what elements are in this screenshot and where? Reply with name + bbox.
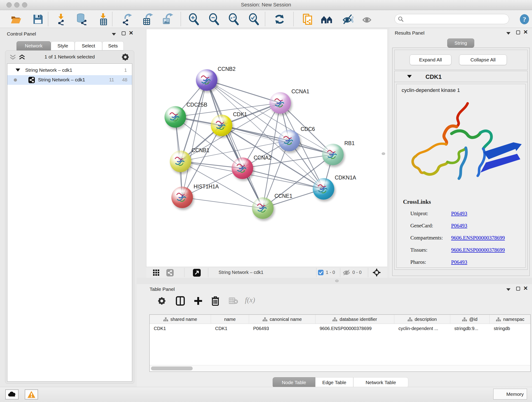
memory-button[interactable]: Memory xyxy=(493,389,527,400)
control-panel-close-icon[interactable]: ✕ xyxy=(129,31,133,35)
network-collection-row[interactable]: String Network – cdk1 1 xyxy=(7,65,132,75)
network-canvas[interactable]: CCNB2CCNA1CDC25BCDK1CDC6RB1CCNB1CCNA2CDK… xyxy=(146,29,387,267)
first-neighbors-icon[interactable] xyxy=(321,13,333,25)
network-node-ccna2[interactable] xyxy=(232,157,253,179)
export-network-icon[interactable] xyxy=(121,13,133,25)
collapse-all-button[interactable]: Collapse All xyxy=(459,55,507,65)
node-label: CDC25B xyxy=(186,102,207,108)
tab-network[interactable]: Network xyxy=(17,41,51,51)
column-header[interactable]: name xyxy=(211,315,249,324)
delete-table-icon[interactable] xyxy=(229,298,238,304)
grid-view-icon[interactable] xyxy=(153,269,159,276)
column-header[interactable]: namespac xyxy=(490,315,531,324)
cell-canonical-name[interactable]: P06493 xyxy=(249,324,316,333)
crosslink-genecard-link[interactable]: P06493 xyxy=(451,223,467,229)
horizontal-divider[interactable] xyxy=(137,278,532,284)
birdseye-view-icon[interactable] xyxy=(373,268,381,277)
zoom-selected-icon[interactable] xyxy=(248,13,260,25)
network-node-ccnb1[interactable] xyxy=(170,151,191,172)
delete-column-icon[interactable] xyxy=(211,296,220,306)
separator xyxy=(316,268,317,277)
crosslink-compartments-link[interactable]: 9606.ENSP00000378699 xyxy=(451,235,505,241)
control-panel-float-icon[interactable] xyxy=(122,32,126,35)
horizontal-splitter-handle[interactable] xyxy=(335,280,339,282)
import-table-file-icon[interactable] xyxy=(97,13,109,25)
tab-sets[interactable]: Sets xyxy=(102,41,124,51)
table-horizontal-scrollbar[interactable] xyxy=(150,365,530,371)
column-header[interactable]: database identifier xyxy=(316,315,394,324)
table-gear-icon[interactable] xyxy=(158,297,166,305)
network-node-cdkn1a[interactable] xyxy=(313,178,334,200)
results-panel-float-icon[interactable] xyxy=(516,31,520,34)
entry-collapse-icon[interactable] xyxy=(407,75,412,78)
scrollbar-thumb[interactable] xyxy=(151,366,193,370)
cell-id[interactable]: stringdb:9... xyxy=(450,324,490,333)
toolbar-search xyxy=(394,14,509,24)
export-table-icon[interactable] xyxy=(142,13,153,25)
detach-view-icon[interactable] xyxy=(193,269,201,277)
network-node-ccna1[interactable] xyxy=(269,92,291,114)
results-panel-close-icon[interactable]: ✕ xyxy=(523,30,528,34)
svg-text:?: ? xyxy=(523,15,526,23)
tab-select[interactable]: Select xyxy=(75,41,102,51)
zoom-fit-icon[interactable] xyxy=(228,13,240,25)
cloud-button[interactable] xyxy=(5,389,19,400)
hide-selected-icon[interactable] xyxy=(341,13,353,25)
cell-shared-name[interactable]: CDK1 xyxy=(150,324,211,333)
cell-description[interactable]: cyclin-dependent ... xyxy=(394,324,450,333)
table-panel-close-icon[interactable]: ✕ xyxy=(523,286,528,290)
crosslink-pharos-link[interactable]: P06493 xyxy=(451,259,467,265)
save-session-icon[interactable] xyxy=(32,13,44,25)
help-icon[interactable]: ? xyxy=(519,14,530,25)
refresh-icon[interactable] xyxy=(273,13,285,25)
results-panel-minimize-icon[interactable] xyxy=(506,32,510,35)
import-network-file-icon[interactable] xyxy=(55,13,67,25)
table-row[interactable]: CDK1 CDK1 P06493 9606.ENSP00000378699 cy… xyxy=(150,324,530,333)
tab-node-table[interactable]: Node Table xyxy=(273,377,315,388)
network-node-rb1[interactable] xyxy=(322,144,344,165)
network-node-cdk1[interactable] xyxy=(211,115,232,136)
network-view-icon[interactable] xyxy=(166,269,174,276)
crosslink-tissues-link[interactable]: 9606.ENSP00000378699 xyxy=(451,247,505,253)
export-image-icon[interactable] xyxy=(162,13,174,25)
tab-edge-table[interactable]: Edge Table xyxy=(315,377,353,388)
clone-network-icon[interactable] xyxy=(302,13,314,25)
show-all-icon[interactable] xyxy=(361,13,373,25)
network-node-cdc6[interactable] xyxy=(278,130,300,151)
column-header[interactable]: canonical name xyxy=(249,315,316,324)
zoom-out-icon[interactable] xyxy=(208,13,220,25)
network-node-cdc25b[interactable] xyxy=(165,106,186,128)
cell-name[interactable]: CDK1 xyxy=(211,324,249,333)
import-network-database-icon[interactable] xyxy=(76,13,88,25)
warnings-button[interactable] xyxy=(25,389,38,400)
column-header[interactable]: @id xyxy=(450,315,490,324)
control-panel-minimize-icon[interactable] xyxy=(112,33,116,36)
search-input[interactable] xyxy=(407,15,505,23)
table-header-row: shared name name canonical name database… xyxy=(150,315,530,324)
selected-checkbox-icon[interactable] xyxy=(318,270,323,275)
tab-style[interactable]: Style xyxy=(51,41,75,51)
cdk1-entry-header[interactable]: CDK1 xyxy=(394,71,527,82)
network-node-hist1h1a[interactable] xyxy=(171,186,193,208)
tab-string[interactable]: String xyxy=(447,38,474,48)
expand-all-button[interactable]: Expand All xyxy=(410,55,451,65)
collection-expand-icon[interactable] xyxy=(16,69,20,71)
cell-database-identifier[interactable]: 9606.ENSP00000378699 xyxy=(316,324,394,333)
column-header[interactable]: shared name xyxy=(150,315,211,324)
show-columns-icon[interactable] xyxy=(176,296,185,306)
network-row-selected[interactable]: String Network – cdk1 11 48 xyxy=(7,75,132,85)
table-panel-minimize-icon[interactable] xyxy=(506,288,510,291)
gear-icon[interactable] xyxy=(122,53,129,61)
cell-namespace[interactable]: stringdb xyxy=(490,324,531,333)
add-column-icon[interactable] xyxy=(194,296,203,306)
table-panel-float-icon[interactable] xyxy=(516,287,520,291)
crosslink-uniprot-link[interactable]: P06493 xyxy=(451,211,467,217)
open-file-icon[interactable] xyxy=(10,13,22,25)
zoom-in-icon[interactable] xyxy=(188,13,200,25)
column-header[interactable]: description xyxy=(394,315,450,324)
network-node-ccne1[interactable] xyxy=(252,197,273,219)
network-node-ccnb2[interactable] xyxy=(196,69,217,91)
results-panel: Results Panel ✕ String Expand All Collap… xyxy=(389,28,532,278)
tab-network-table[interactable]: Network Table xyxy=(353,377,408,388)
vertical-splitter-handle[interactable] xyxy=(382,153,385,155)
